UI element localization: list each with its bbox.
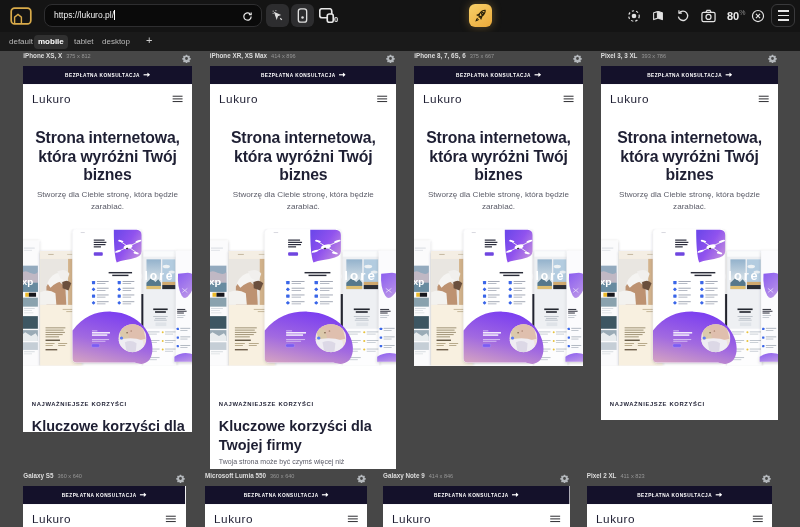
svg-text:plore: plore [526,268,565,282]
svg-text:0: 0 [334,15,338,23]
svg-text:xp: xp [414,275,424,286]
svg-text:xp: xp [23,275,33,286]
svg-text:xp: xp [210,276,221,286]
svg-text:xp: xp [601,275,612,286]
svg-text:plore: plore [136,268,175,282]
